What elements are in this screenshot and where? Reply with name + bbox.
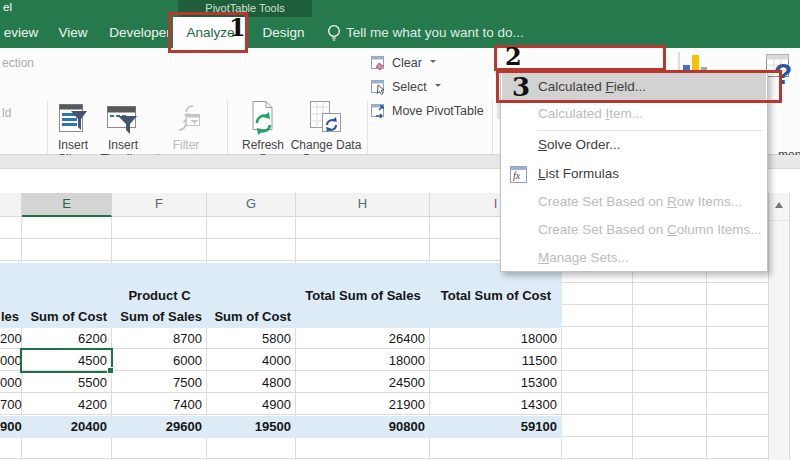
cell[interactable]: Sum of Cost [207, 306, 296, 328]
column-header-e[interactable]: E [22, 193, 112, 217]
fill-handle[interactable] [107, 367, 114, 374]
cell[interactable]: 700 [0, 394, 22, 416]
vertical-scrollbar[interactable] [768, 193, 790, 460]
cell[interactable]: 29600 [112, 416, 207, 438]
scroll-up-button[interactable] [769, 198, 789, 221]
cell[interactable]: 6000 [112, 350, 207, 372]
cell[interactable]: 900 [0, 416, 22, 438]
pivot-group-header-row: Product C Total Sum of Sales Total Sum o… [0, 285, 562, 306]
menu-item-create-set-row: Create Set Based on Row Items... [502, 188, 766, 216]
fx-list-icon: fx [510, 166, 527, 187]
tell-me-box[interactable]: Tell me what you want to do... [346, 17, 566, 48]
cell[interactable]: 24500 [296, 372, 430, 394]
cell[interactable]: 15300 [430, 372, 562, 394]
cell[interactable] [430, 306, 562, 328]
svg-text:fx: fx [513, 170, 521, 181]
filter-connections-label-1: Filter [149, 138, 223, 152]
cell[interactable]: 000 [0, 350, 22, 372]
title-bar: el [0, 0, 800, 17]
cell[interactable]: 8700 [112, 328, 207, 350]
cell[interactable]: Sum of Sales [112, 306, 207, 328]
cell[interactable]: 14300 [430, 394, 562, 416]
move-pivottable-icon [371, 103, 387, 119]
filter-connections-icon [149, 98, 223, 138]
change-data-source-icon [288, 98, 364, 138]
move-pivottable-label: Move PivotTable [392, 104, 484, 118]
cell[interactable]: 4000 [207, 350, 296, 372]
cell[interactable]: Sum of Cost [22, 306, 112, 328]
column-header-f[interactable]: F [112, 193, 207, 217]
cell[interactable]: 21900 [296, 394, 430, 416]
clear-icon [371, 55, 387, 71]
cell-total-sum-of-sales[interactable]: Total Sum of Sales [296, 285, 430, 306]
cell[interactable]: 4900 [207, 394, 296, 416]
tab-review-partial[interactable]: eview [0, 17, 42, 48]
refresh-label: Refresh [236, 138, 290, 152]
cell[interactable]: 59100 [430, 416, 562, 438]
slicer-icon [50, 98, 96, 138]
cell-product-c[interactable]: Product C [112, 285, 207, 306]
cell[interactable]: 26400 [296, 328, 430, 350]
column-header-h[interactable]: H [296, 193, 430, 217]
table-row: 000 5500 7500 4800 24500 15300 [0, 372, 562, 394]
file-name-fragment: el [3, 1, 12, 13]
menu-item-solve-order[interactable]: Solve Order... [502, 132, 766, 158]
cell[interactable]: 000 [0, 372, 22, 394]
cell[interactable]: 11500 [430, 350, 562, 372]
column-header-g[interactable]: G [207, 193, 296, 217]
tab-view[interactable]: View [52, 17, 94, 48]
change-data-source-label-1: Change Data [288, 138, 364, 152]
scroll-up-arrow-icon [775, 198, 783, 208]
annotation-number-2: 2 [505, 42, 522, 71]
cell[interactable]: 4800 [207, 372, 296, 394]
cell[interactable]: 5800 [207, 328, 296, 350]
cell[interactable]: 4200 [22, 394, 112, 416]
timeline-icon [97, 98, 149, 138]
cell[interactable]: 5500 [22, 372, 112, 394]
menu-item-calculated-item: Calculated Item... [502, 101, 766, 127]
insert-slicer-label-1: Insert [50, 138, 96, 152]
cell[interactable]: 7500 [112, 372, 207, 394]
annotation-number-3: 3 [512, 72, 530, 102]
clear-label: Clear [392, 56, 422, 70]
cell[interactable] [296, 306, 430, 328]
cell[interactable]: 90800 [296, 416, 430, 438]
select-label: Select [392, 80, 427, 94]
pivot-field-header-row: les Sum of Cost Sum of Sales Sum of Cost [0, 306, 562, 328]
menu-item-list-formulas[interactable]: List Formulas [502, 160, 766, 188]
menu-item-manage-sets: Manage Sets... [502, 244, 766, 271]
refresh-icon [236, 98, 290, 138]
group-field-fragment: ld [2, 106, 11, 120]
select-caret [435, 84, 441, 90]
cell[interactable] [207, 285, 296, 306]
active-cell-selection[interactable] [20, 348, 113, 373]
tab-developer[interactable]: Developer [105, 17, 175, 48]
cell[interactable]: 6200 [22, 328, 112, 350]
excel-window: el PivotTable Tools eview View Developer… [0, 0, 800, 460]
cell[interactable]: 18000 [296, 350, 430, 372]
menu-item-create-set-column: Create Set Based on Column Items... [502, 216, 766, 244]
cell-total-sum-of-cost[interactable]: Total Sum of Cost [430, 285, 562, 306]
cell[interactable]: 19500 [207, 416, 296, 438]
group-selection-fragment: ection [2, 56, 34, 70]
refresh-button[interactable]: Refresh [236, 98, 290, 160]
cell[interactable] [0, 285, 22, 306]
cell[interactable]: 7400 [112, 394, 207, 416]
annotation-number-1: 1 [229, 13, 246, 42]
table-row: 200 6200 8700 5800 26400 18000 [0, 328, 562, 350]
annotation-box-step3 [496, 70, 782, 103]
cell[interactable] [22, 285, 112, 306]
clear-button[interactable]: Clear [371, 52, 436, 74]
cell[interactable]: 200 [0, 328, 22, 350]
column-header-d-partial[interactable] [0, 193, 22, 217]
tab-design[interactable]: Design [256, 17, 311, 48]
cell[interactable]: les [0, 306, 22, 328]
cell[interactable]: 20400 [22, 416, 112, 438]
lightbulb-icon [326, 23, 342, 46]
cell[interactable]: 18000 [430, 328, 562, 350]
menu-separator [537, 130, 762, 131]
pivot-empty-header-row [0, 263, 562, 285]
clear-caret [430, 60, 436, 66]
select-button[interactable]: Select [371, 76, 441, 98]
move-pivottable-button[interactable]: Move PivotTable [371, 100, 484, 122]
